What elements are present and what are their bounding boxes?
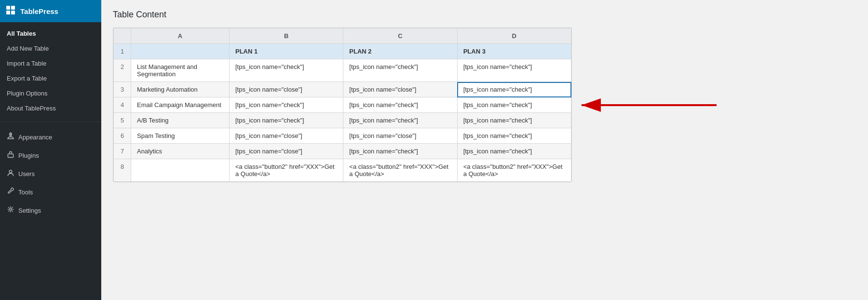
row-1-col-c[interactable]: PLAN 2 bbox=[343, 44, 457, 59]
row-5-col-b[interactable]: [tps_icon name="check"] bbox=[229, 113, 343, 128]
settings-label: Settings bbox=[18, 207, 41, 214]
row-2-col-d[interactable]: [tps_icon name="check"] bbox=[457, 59, 571, 82]
row-5-col-d[interactable]: [tps_icon name="check"] bbox=[457, 113, 571, 128]
row-num-5: 5 bbox=[114, 113, 131, 128]
table-outer-wrapper: A B C D 1 PLAN 1 PLAN 2 PLAN 3 bbox=[113, 27, 572, 182]
sidebar-item-appearance[interactable]: Appearance bbox=[0, 128, 101, 146]
svg-rect-3 bbox=[11, 11, 15, 14]
plugins-icon bbox=[7, 150, 14, 160]
table-row: 3 Marketing Automation [tps_icon name="c… bbox=[114, 82, 571, 97]
svg-point-7 bbox=[10, 208, 12, 210]
table-row: 8 <a class="button2" href="XXX">Get a Qu… bbox=[114, 159, 571, 182]
svg-rect-1 bbox=[11, 6, 15, 10]
settings-icon bbox=[7, 205, 14, 215]
row-3-col-d-highlighted[interactable]: [tps_icon name="check"] bbox=[457, 82, 571, 97]
sidebar-item-import-table[interactable]: Import a Table bbox=[0, 56, 101, 71]
row-7-col-b[interactable]: [tps_icon name="close"] bbox=[229, 144, 343, 159]
row-5-col-c[interactable]: [tps_icon name="check"] bbox=[343, 113, 457, 128]
svg-rect-0 bbox=[6, 6, 10, 10]
sidebar-item-users[interactable]: Users bbox=[0, 164, 101, 183]
row-num-1: 1 bbox=[114, 44, 131, 59]
row-1-col-b[interactable]: PLAN 1 bbox=[229, 44, 343, 59]
red-arrow bbox=[577, 95, 721, 115]
tablepress-icon bbox=[6, 5, 15, 17]
row-6-col-b[interactable]: [tps_icon name="close"] bbox=[229, 128, 343, 144]
row-1-col-a[interactable] bbox=[131, 44, 230, 59]
section-title: Table Content bbox=[113, 10, 856, 20]
table-header-row: A B C D bbox=[114, 28, 571, 44]
table-row: 6 Spam Testing [tps_icon name="close"] [… bbox=[114, 128, 571, 144]
row-4-col-c[interactable]: [tps_icon name="check"] bbox=[343, 97, 457, 113]
row-3-col-a[interactable]: Marketing Automation bbox=[131, 82, 230, 97]
plugin-header: TablePress bbox=[0, 0, 101, 22]
row-5-col-a[interactable]: A/B Testing bbox=[131, 113, 230, 128]
row-6-col-a[interactable]: Spam Testing bbox=[131, 128, 230, 144]
row-6-col-d[interactable]: [tps_icon name="check"] bbox=[457, 128, 571, 144]
sidebar-item-export-table[interactable]: Export a Table bbox=[0, 71, 101, 86]
table-row: 1 PLAN 1 PLAN 2 PLAN 3 bbox=[114, 44, 571, 59]
row-3-col-b[interactable]: [tps_icon name="close"] bbox=[229, 82, 343, 97]
sidebar-item-about-tablepress[interactable]: About TablePress bbox=[0, 101, 101, 116]
row-8-col-a[interactable] bbox=[131, 159, 230, 182]
row-4-col-d[interactable]: [tps_icon name="check"] bbox=[457, 97, 571, 113]
sidebar: TablePress All Tables Add New Table Impo… bbox=[0, 0, 101, 300]
row-num-4: 4 bbox=[114, 97, 131, 113]
svg-point-6 bbox=[9, 170, 12, 173]
users-label: Users bbox=[18, 170, 35, 177]
sidebar-item-add-new-table[interactable]: Add New Table bbox=[0, 41, 101, 56]
row-6-col-c[interactable]: [tps_icon name="close"] bbox=[343, 128, 457, 144]
tools-icon bbox=[7, 187, 14, 197]
col-header-b: B bbox=[229, 28, 343, 44]
row-1-col-d[interactable]: PLAN 3 bbox=[457, 44, 571, 59]
row-8-col-b[interactable]: <a class="button2" href="XXX">Get a Quot… bbox=[229, 159, 343, 182]
sidebar-item-settings[interactable]: Settings bbox=[0, 201, 101, 219]
table-row: 2 List Management and Segmentation [tps_… bbox=[114, 59, 571, 82]
sidebar-item-plugin-options[interactable]: Plugin Options bbox=[0, 86, 101, 101]
row-7-col-a[interactable]: Analytics bbox=[131, 144, 230, 159]
sidebar-item-plugins[interactable]: Plugins bbox=[0, 146, 101, 164]
col-header-d: D bbox=[457, 28, 571, 44]
row-2-col-b[interactable]: [tps_icon name="check"] bbox=[229, 59, 343, 82]
users-icon bbox=[7, 169, 14, 178]
sidebar-item-all-tables[interactable]: All Tables bbox=[0, 26, 101, 41]
sidebar-item-tools[interactable]: Tools bbox=[0, 183, 101, 201]
table-row: 5 A/B Testing [tps_icon name="check"] [t… bbox=[114, 113, 571, 128]
main-content: Table Content A B C D 1 bbox=[101, 0, 868, 300]
row-2-col-c[interactable]: [tps_icon name="check"] bbox=[343, 59, 457, 82]
wp-nav: Appearance Plugins Users bbox=[0, 124, 101, 223]
row-7-col-c[interactable]: [tps_icon name="check"] bbox=[343, 144, 457, 159]
svg-rect-5 bbox=[8, 154, 13, 157]
row-num-3: 3 bbox=[114, 82, 131, 97]
row-7-col-d[interactable]: [tps_icon name="check"] bbox=[457, 144, 571, 159]
table-row: 7 Analytics [tps_icon name="close"] [tps… bbox=[114, 144, 571, 159]
row-num-8: 8 bbox=[114, 159, 131, 182]
row-2-col-a[interactable]: List Management and Segmentation bbox=[131, 59, 230, 82]
table-wrapper: A B C D 1 PLAN 1 PLAN 2 PLAN 3 bbox=[113, 27, 572, 182]
tools-label: Tools bbox=[18, 189, 33, 196]
row-3-col-c[interactable]: [tps_icon name="close"] bbox=[343, 82, 457, 97]
col-header-a: A bbox=[131, 28, 230, 44]
row-num-2: 2 bbox=[114, 59, 131, 82]
col-header-num bbox=[114, 28, 131, 44]
svg-rect-2 bbox=[6, 11, 10, 14]
row-8-col-c[interactable]: <a class="button2" href="XXX">Get a Quot… bbox=[343, 159, 457, 182]
table-row: 4 Email Campaign Management [tps_icon na… bbox=[114, 97, 571, 113]
appearance-label: Appearance bbox=[18, 134, 52, 141]
appearance-icon bbox=[7, 132, 14, 142]
row-4-col-b[interactable]: [tps_icon name="check"] bbox=[229, 97, 343, 113]
plugins-label: Plugins bbox=[18, 152, 39, 159]
row-4-col-a[interactable]: Email Campaign Management bbox=[131, 97, 230, 113]
tablepress-nav: All Tables Add New Table Import a Table … bbox=[0, 22, 101, 120]
row-8-col-d[interactable]: <a class="button2" href="XXX">Get a Quot… bbox=[457, 159, 571, 182]
row-num-6: 6 bbox=[114, 128, 131, 144]
col-header-c: C bbox=[343, 28, 457, 44]
plugin-title: TablePress bbox=[20, 7, 58, 15]
content-table: A B C D 1 PLAN 1 PLAN 2 PLAN 3 bbox=[113, 28, 571, 182]
row-num-7: 7 bbox=[114, 144, 131, 159]
nav-divider bbox=[0, 122, 101, 122]
